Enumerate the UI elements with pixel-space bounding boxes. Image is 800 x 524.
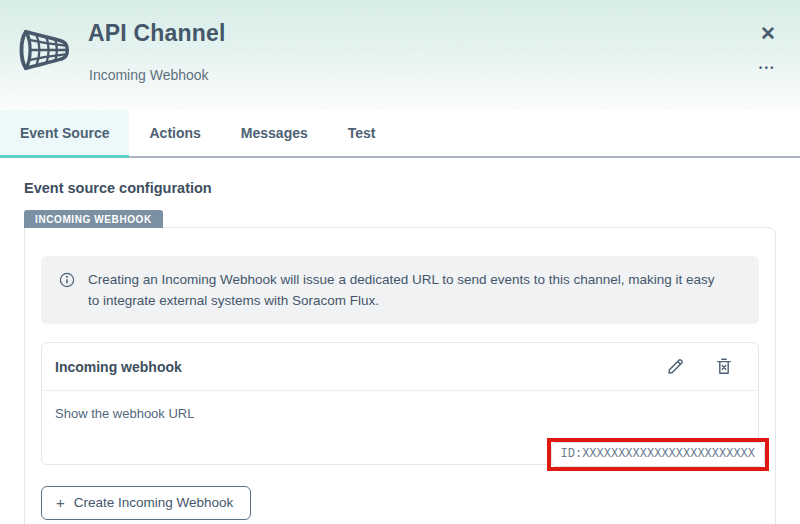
plus-icon: + xyxy=(56,495,65,510)
info-alert-text: Creating an Incoming Webhook will issue … xyxy=(88,269,728,311)
tab-actions[interactable]: Actions xyxy=(129,110,220,158)
show-webhook-url-link[interactable]: Show the webhook URL xyxy=(55,406,194,421)
close-icon[interactable]: ✕ xyxy=(760,24,776,43)
tab-test[interactable]: Test xyxy=(328,110,396,158)
tab-messages[interactable]: Messages xyxy=(221,110,328,158)
main-content: Event source configuration INCOMING WEBH… xyxy=(0,158,800,524)
webhook-id-value[interactable]: ID:XXXXXXXXXXXXXXXXXXXXXXXX xyxy=(551,442,765,467)
edit-pencil-icon[interactable] xyxy=(666,357,685,376)
section-title: Event source configuration xyxy=(24,180,776,196)
incoming-webhook-card: Incoming webhook xyxy=(41,342,759,465)
ellipsis-menu-icon[interactable]: ••• xyxy=(759,63,776,73)
info-alert: Creating an Incoming Webhook will issue … xyxy=(41,256,759,324)
tab-event-source[interactable]: Event Source xyxy=(0,110,129,158)
create-incoming-webhook-button[interactable]: + Create Incoming Webhook xyxy=(41,486,251,520)
tab-bar: Event Source Actions Messages Test xyxy=(0,110,800,158)
info-icon xyxy=(59,272,75,288)
create-button-label: Create Incoming Webhook xyxy=(74,495,234,510)
page-subtitle: Incoming Webhook xyxy=(89,67,209,83)
delete-trash-icon[interactable] xyxy=(714,356,734,377)
card-title: Incoming webhook xyxy=(55,359,182,375)
api-channel-icon xyxy=(16,26,74,74)
api-channel-panel: API Channel Incoming Webhook ✕ ••• Event… xyxy=(0,0,800,524)
annotation-highlight-box: ID:XXXXXXXXXXXXXXXXXXXXXXXX xyxy=(547,438,769,471)
page-title: API Channel xyxy=(88,20,226,47)
panel-header: API Channel Incoming Webhook ✕ ••• xyxy=(0,0,800,110)
header-texture xyxy=(0,0,800,110)
incoming-webhook-badge: INCOMING WEBHOOK xyxy=(24,210,163,228)
event-source-box: Creating an Incoming Webhook will issue … xyxy=(24,227,776,524)
